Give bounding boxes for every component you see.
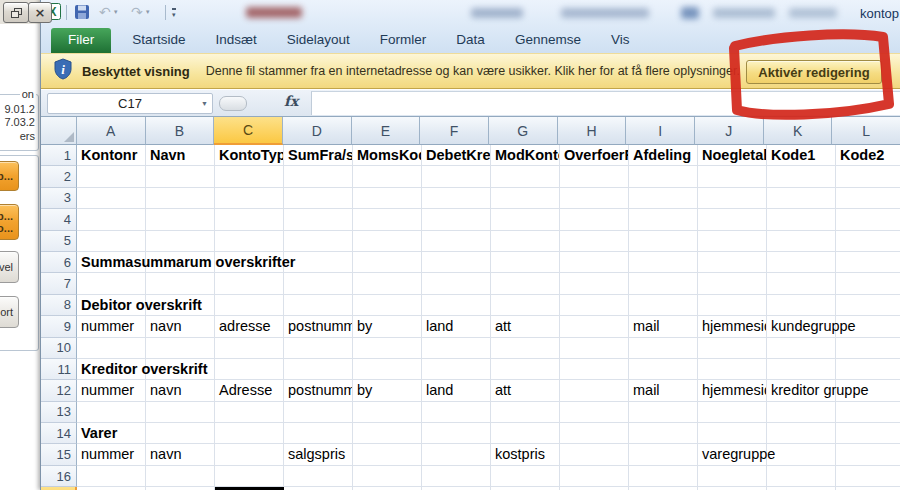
cell-H1[interactable]: OverfoerFra: [560, 145, 629, 166]
cell-L11[interactable]: [836, 359, 900, 380]
row-header-16[interactable]: 16: [41, 466, 77, 487]
cell-B12[interactable]: navn: [146, 380, 215, 401]
tab-filer[interactable]: Filer: [51, 28, 111, 53]
cell-C8[interactable]: [215, 295, 284, 316]
cell-F2[interactable]: [422, 166, 491, 187]
cell-G10[interactable]: [491, 338, 560, 359]
column-header-K[interactable]: K: [764, 117, 833, 145]
row-header-7[interactable]: 7: [41, 273, 77, 294]
cell-E11[interactable]: [353, 359, 422, 380]
cell-D13[interactable]: [284, 402, 353, 423]
row-header-12[interactable]: 12: [41, 380, 77, 401]
cell-I1[interactable]: Afdeling: [629, 145, 698, 166]
background-button[interactable]: Level: [0, 251, 19, 283]
cell-K4[interactable]: [767, 209, 836, 230]
cell-D7[interactable]: [284, 273, 353, 294]
cell-A9[interactable]: nummer: [77, 316, 146, 337]
cell-F11[interactable]: [422, 359, 491, 380]
row-header-13[interactable]: 13: [41, 402, 77, 423]
cell-E7[interactable]: [353, 273, 422, 294]
cell-B2[interactable]: [146, 166, 215, 187]
cell-G15[interactable]: kostpris: [491, 444, 560, 465]
cell-A16[interactable]: [77, 466, 146, 487]
cell-G6[interactable]: [491, 252, 560, 273]
cell-J3[interactable]: [698, 188, 767, 209]
cell-H6[interactable]: [560, 252, 629, 273]
cell-K11[interactable]: [767, 359, 836, 380]
cell-B1[interactable]: Navn: [146, 145, 215, 166]
cell-A11[interactable]: Kreditor overskrift: [77, 359, 146, 380]
cell-J2[interactable]: [698, 166, 767, 187]
cell-H16[interactable]: [560, 466, 629, 487]
cell-L10[interactable]: [836, 338, 900, 359]
cell-D16[interactable]: [284, 466, 353, 487]
cell-J4[interactable]: [698, 209, 767, 230]
cell-L15[interactable]: [836, 444, 900, 465]
cell-J5[interactable]: [698, 231, 767, 252]
cell-A4[interactable]: [77, 209, 146, 230]
cell-A10[interactable]: [77, 338, 146, 359]
cell-A2[interactable]: [77, 166, 146, 187]
cell-G12[interactable]: att: [491, 380, 560, 401]
cell-K1[interactable]: Kode1: [767, 145, 836, 166]
cell-B3[interactable]: [146, 188, 215, 209]
cell-D10[interactable]: [284, 338, 353, 359]
save-icon[interactable]: [74, 4, 90, 20]
cell-C15[interactable]: [215, 444, 284, 465]
cell-I4[interactable]: [629, 209, 698, 230]
cell-B7[interactable]: [146, 273, 215, 294]
cell-E5[interactable]: [353, 231, 422, 252]
cell-J15[interactable]: varegruppe: [698, 444, 767, 465]
cell-I3[interactable]: [629, 188, 698, 209]
cell-L6[interactable]: [836, 252, 900, 273]
cell-C5[interactable]: [215, 231, 284, 252]
tab-formler[interactable]: Formler: [365, 28, 442, 53]
row-header-11[interactable]: 11: [41, 359, 77, 380]
cell-J16[interactable]: [698, 466, 767, 487]
row-header-10[interactable]: 10: [41, 338, 77, 359]
row-header-9[interactable]: 9: [41, 316, 77, 337]
cell-A7[interactable]: [77, 273, 146, 294]
column-header-J[interactable]: J: [695, 117, 764, 145]
cell-K5[interactable]: [767, 231, 836, 252]
row-header-2[interactable]: 2: [41, 166, 77, 187]
cell-B14[interactable]: [146, 423, 215, 444]
formula-input[interactable]: [311, 91, 900, 115]
cell-F1[interactable]: DebetKred: [422, 145, 491, 166]
cell-F4[interactable]: [422, 209, 491, 230]
cell-I7[interactable]: [629, 273, 698, 294]
cell-K9[interactable]: kundegruppe: [767, 316, 836, 337]
customize-qat-icon[interactable]: ▾: [172, 8, 176, 18]
cell-J13[interactable]: [698, 402, 767, 423]
row-header-15[interactable]: 15: [41, 444, 77, 465]
name-box[interactable]: C17 ▼: [47, 93, 213, 114]
background-button[interactable]: pp...:o...: [0, 204, 19, 240]
column-header-F[interactable]: F: [420, 117, 489, 145]
column-header-C[interactable]: C: [214, 117, 283, 145]
cell-F9[interactable]: land: [422, 316, 491, 337]
cell-L1[interactable]: Kode2: [836, 145, 900, 166]
formula-bar-handle[interactable]: [219, 96, 247, 111]
cell-F13[interactable]: [422, 402, 491, 423]
cell-H8[interactable]: [560, 295, 629, 316]
cell-J6[interactable]: [698, 252, 767, 273]
row-header-4[interactable]: 4: [41, 209, 77, 230]
cell-J11[interactable]: [698, 359, 767, 380]
cell-K12[interactable]: kreditor gruppe: [767, 380, 836, 401]
column-header-D[interactable]: D: [283, 117, 352, 145]
cell-I14[interactable]: [629, 423, 698, 444]
cell-L7[interactable]: [836, 273, 900, 294]
cell-B16[interactable]: [146, 466, 215, 487]
cell-I5[interactable]: [629, 231, 698, 252]
undo-icon[interactable]: ↶▼: [99, 4, 119, 20]
column-header-L[interactable]: L: [832, 117, 900, 145]
cell-D15[interactable]: salgspris: [284, 444, 353, 465]
cell-F16[interactable]: [422, 466, 491, 487]
column-header-G[interactable]: G: [489, 117, 558, 145]
cell-C14[interactable]: [215, 423, 284, 444]
tab-startside[interactable]: Startside: [117, 28, 200, 53]
cell-G2[interactable]: [491, 166, 560, 187]
column-header-E[interactable]: E: [352, 117, 421, 145]
cell-J10[interactable]: [698, 338, 767, 359]
cell-H14[interactable]: [560, 423, 629, 444]
